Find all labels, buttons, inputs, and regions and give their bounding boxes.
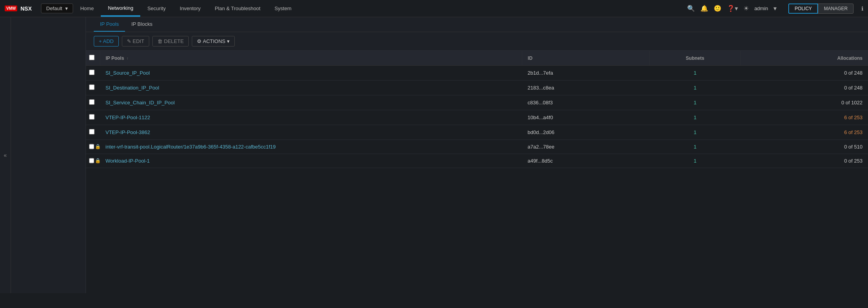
row4-checkbox[interactable] xyxy=(89,114,95,120)
row4-subnets: 1 xyxy=(694,115,697,120)
table-row: VTEP-IP-Pool-1122 10b4...a4f0 1 6 of 253 xyxy=(86,110,868,125)
col-header-ip-pools[interactable]: IP Pools ↑ xyxy=(100,51,522,66)
select-all-checkbox[interactable] xyxy=(89,55,95,60)
sidebar-collapse-button[interactable]: « xyxy=(0,17,11,293)
delete-button[interactable]: 🗑 DELETE xyxy=(152,36,189,47)
row1-allocations: 0 of 248 xyxy=(741,66,868,81)
main-nav: Home Networking Security Inventory Plan … xyxy=(73,0,687,17)
row6-allocations: 0 of 510 xyxy=(741,140,868,154)
row2-checkbox[interactable] xyxy=(89,84,95,90)
row7-subnets: 1 xyxy=(694,158,697,164)
table-row: 🔒 inter-vrf-transit-pool.LogicalRouter/1… xyxy=(86,140,868,154)
manager-button[interactable]: MANAGER xyxy=(818,4,854,14)
tab-security[interactable]: Security xyxy=(140,0,173,17)
policy-manager-toggle: POLICY MANAGER xyxy=(788,4,854,14)
table-row: SI_Service_Chain_ID_IP_Pool c836...08f3 … xyxy=(86,95,868,110)
row6-checkbox[interactable] xyxy=(89,144,94,149)
help-icon[interactable]: ❓▾ xyxy=(727,5,738,12)
row2-allocations: 0 of 248 xyxy=(741,81,868,95)
vmw-badge: VMW xyxy=(5,5,17,11)
row1-checkbox[interactable] xyxy=(89,70,95,75)
info-icon[interactable]: ℹ xyxy=(861,5,863,12)
policy-button[interactable]: POLICY xyxy=(788,4,818,14)
col-header-id: ID xyxy=(522,51,650,66)
row5-allocations: 6 of 253 xyxy=(844,129,863,135)
row1-name[interactable]: SI_Source_IP_Pool xyxy=(105,70,150,76)
col-header-subnets: Subnets xyxy=(650,51,741,66)
row7-lock-icon: 🔒 xyxy=(95,158,101,163)
row1-id: 2b1d...7efa xyxy=(522,66,650,81)
row3-subnets: 1 xyxy=(694,100,697,106)
tab-networking[interactable]: Networking xyxy=(101,0,140,17)
row5-name[interactable]: VTEP-IP-Pool-3862 xyxy=(105,129,150,135)
tab-system[interactable]: System xyxy=(268,0,298,17)
row4-allocations: 6 of 253 xyxy=(844,115,863,120)
topbar: VMW NSX Default ▾ Home Networking Securi… xyxy=(0,0,868,17)
row4-id: 10b4...a4f0 xyxy=(522,110,650,125)
edit-button[interactable]: ✎ EDIT xyxy=(122,36,149,47)
row7-name[interactable]: Workload-IP-Pool-1 xyxy=(105,158,150,164)
table-row: SI_Destination_IP_Pool 2183...c8ea 1 0 o… xyxy=(86,81,868,95)
col-ip-pools-label: IP Pools xyxy=(106,56,124,61)
row3-id: c836...08f3 xyxy=(522,95,650,110)
table-row: 🔒 Workload-IP-Pool-1 a49f...8d5c 1 0 of … xyxy=(86,154,868,168)
tab-home[interactable]: Home xyxy=(73,0,101,17)
ip-pools-table: IP Pools ↑ ID Subnets Allocations SI_Sou… xyxy=(86,51,868,168)
row4-name[interactable]: VTEP-IP-Pool-1122 xyxy=(105,115,150,120)
row6-id: a7a2...78ee xyxy=(522,140,650,154)
table-row: VTEP-IP-Pool-3862 bd0d...2d06 1 6 of 253 xyxy=(86,125,868,140)
admin-label[interactable]: admin xyxy=(754,5,768,11)
add-button[interactable]: + ADD xyxy=(94,36,119,47)
row7-allocations: 0 of 253 xyxy=(741,154,868,168)
row5-subnets: 1 xyxy=(694,129,697,135)
row7-id: a49f...8d5c xyxy=(522,154,650,168)
brightness-icon[interactable]: ☀ xyxy=(743,5,749,12)
bell-icon[interactable]: 🔔 xyxy=(700,5,708,12)
content-area: IP Pools IP Blocks + ADD ✎ EDIT 🗑 DELETE… xyxy=(86,17,868,293)
ip-pools-table-body: SI_Source_IP_Pool 2b1d...7efa 1 0 of 248… xyxy=(86,66,868,168)
row2-name[interactable]: SI_Destination_IP_Pool xyxy=(105,85,159,91)
sidebar: « Connectivity 🌐 Tier-0 Logical Routers … xyxy=(0,17,86,293)
row3-name[interactable]: SI_Service_Chain_ID_IP_Pool xyxy=(105,100,175,106)
ip-pools-table-container: IP Pools ↑ ID Subnets Allocations SI_Sou… xyxy=(86,51,868,293)
row6-subnets: 1 xyxy=(694,144,697,150)
select-all-header[interactable] xyxy=(86,51,100,66)
tenant-dropdown[interactable]: Default ▾ xyxy=(41,4,73,13)
row5-id: bd0d...2d06 xyxy=(522,125,650,140)
table-header-row: IP Pools ↑ ID Subnets Allocations xyxy=(86,51,868,66)
row5-checkbox[interactable] xyxy=(89,129,95,134)
topbar-right: 🔍 🔔 🙂 ❓▾ ☀ admin ▾ POLICY MANAGER ℹ xyxy=(687,4,863,14)
tab-plan-troubleshoot[interactable]: Plan & Troubleshoot xyxy=(208,0,268,17)
row7-checkbox[interactable] xyxy=(89,158,94,163)
row3-allocations: 0 of 1022 xyxy=(741,95,868,110)
table-row: SI_Source_IP_Pool 2b1d...7efa 1 0 of 248 xyxy=(86,66,868,81)
admin-chevron-icon[interactable]: ▾ xyxy=(773,5,777,12)
app-logo: VMW NSX xyxy=(5,5,32,12)
tab-ip-blocks[interactable]: IP Blocks xyxy=(125,17,159,32)
sort-icon: ↑ xyxy=(127,56,129,61)
search-icon[interactable]: 🔍 xyxy=(687,5,695,12)
user-icon[interactable]: 🙂 xyxy=(714,5,722,12)
row1-subnets: 1 xyxy=(694,70,697,76)
row3-checkbox[interactable] xyxy=(89,99,95,105)
tab-ip-pools[interactable]: IP Pools xyxy=(94,17,125,32)
tab-inventory[interactable]: Inventory xyxy=(173,0,207,17)
row6-lock-icon: 🔒 xyxy=(95,144,101,149)
row2-id: 2183...c8ea xyxy=(522,81,650,95)
actions-dropdown-button[interactable]: ⚙ ACTIONS ▾ xyxy=(192,36,234,47)
main-layout: « Connectivity 🌐 Tier-0 Logical Routers … xyxy=(0,17,868,293)
row6-name[interactable]: inter-vrf-transit-pool.LogicalRouter/1e3… xyxy=(105,144,276,150)
sub-tabs: IP Pools IP Blocks xyxy=(86,17,868,32)
toolbar: + ADD ✎ EDIT 🗑 DELETE ⚙ ACTIONS ▾ xyxy=(86,32,868,51)
col-header-allocations: Allocations xyxy=(741,51,868,66)
row2-subnets: 1 xyxy=(694,85,697,91)
tenant-label: Default xyxy=(46,5,62,11)
product-name: NSX xyxy=(20,5,32,12)
dropdown-chevron-icon: ▾ xyxy=(65,5,68,11)
